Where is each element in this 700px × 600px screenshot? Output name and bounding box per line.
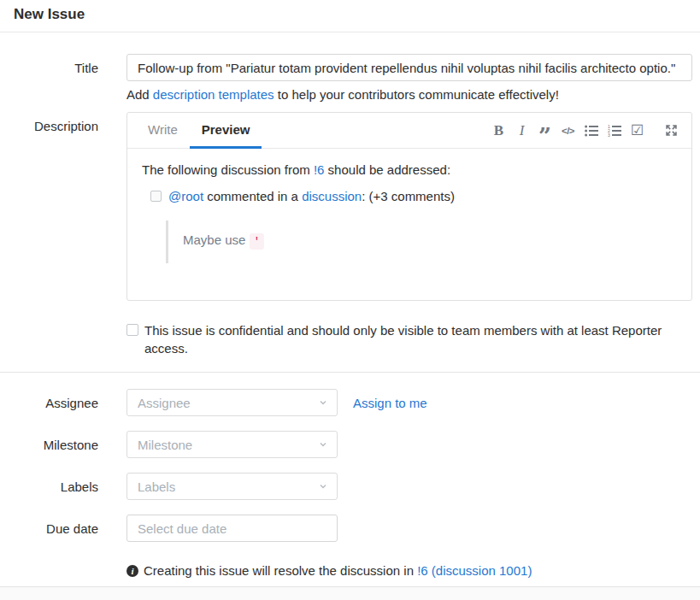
chevron-down-icon: [318, 396, 328, 410]
task-checkbox[interactable]: [150, 191, 162, 202]
milestone-label: Milestone: [14, 431, 98, 458]
assignee-dropdown[interactable]: Assignee: [126, 389, 338, 416]
tab-preview[interactable]: Preview: [190, 113, 262, 149]
quoted-comment: Maybe use ': [166, 221, 677, 264]
title-label: Title: [14, 54, 98, 102]
bulleted-list-icon[interactable]: [579, 118, 603, 144]
resolve-note: i Creating this issue will resolve the d…: [126, 563, 692, 578]
section-divider: [0, 372, 700, 373]
markdown-toolbar: B I ” </> 1: [487, 113, 683, 148]
due-date-input[interactable]: [126, 515, 338, 542]
helper-prefix: Add: [126, 87, 153, 102]
assignee-label: Assignee: [14, 389, 98, 416]
task-list-item: @root commented in a discussion: (+3 com…: [150, 187, 677, 206]
resolve-discussion-link[interactable]: !6 (discussion 1001): [417, 563, 532, 578]
inline-code: ': [250, 233, 265, 250]
bold-icon[interactable]: B: [487, 118, 510, 144]
labels-label: Labels: [14, 473, 98, 500]
italic-icon[interactable]: I: [510, 118, 533, 144]
helper-suffix: to help your contributors communicate ef…: [274, 87, 559, 102]
info-icon: i: [126, 565, 138, 577]
new-issue-page: New Issue Title Add description template…: [0, 0, 700, 578]
form-actions-bar: [0, 586, 700, 600]
code-icon[interactable]: </>: [556, 118, 579, 144]
discussion-link[interactable]: discussion: [302, 189, 362, 203]
title-row: Title Add description templates to help …: [14, 54, 692, 102]
user-link[interactable]: @root: [168, 189, 203, 203]
fullscreen-icon[interactable]: [660, 118, 683, 144]
chevron-down-icon: [318, 479, 328, 494]
due-date-label: Due date: [14, 515, 98, 542]
confidential-label: This issue is confidential and should on…: [144, 321, 691, 357]
description-templates-link[interactable]: description templates: [153, 87, 274, 102]
blockquote-icon[interactable]: ”: [533, 118, 556, 144]
confidential-row: This issue is confidential and should on…: [126, 321, 691, 357]
editor-header: Write Preview B I ” </>: [127, 113, 691, 149]
title-helper: Add description templates to help your c…: [126, 87, 692, 102]
numbered-list-icon[interactable]: 1 2 3: [603, 118, 626, 144]
note-text: Creating this issue will resolve the dis…: [144, 563, 532, 578]
header-divider: [0, 32, 700, 32]
milestone-row: Milestone Milestone: [14, 431, 692, 458]
description-row: Description Write Preview B I ” </>: [14, 112, 692, 301]
merge-request-link[interactable]: !6: [314, 162, 325, 177]
description-label: Description: [14, 112, 98, 301]
preview-intro: The following discussion from !6 should …: [142, 161, 677, 179]
chevron-down-icon: [318, 438, 328, 452]
task-text: @root commented in a discussion: (+3 com…: [168, 187, 455, 206]
title-input[interactable]: [126, 54, 692, 81]
assign-to-me-link[interactable]: Assign to me: [353, 396, 427, 410]
labels-row: Labels Labels: [14, 473, 692, 500]
markdown-preview: The following discussion from !6 should …: [127, 149, 691, 275]
page-title: New Issue: [14, 0, 692, 32]
markdown-editor: Write Preview B I ” </>: [126, 112, 692, 301]
milestone-dropdown[interactable]: Milestone: [126, 431, 338, 458]
tab-write[interactable]: Write: [136, 113, 190, 149]
task-list-icon[interactable]: ☑: [626, 118, 649, 144]
confidential-checkbox[interactable]: [126, 324, 138, 336]
svg-text:3: 3: [608, 132, 610, 137]
assignee-row: Assignee Assignee Assign to me: [14, 389, 692, 416]
due-date-row: Due date: [14, 515, 692, 542]
labels-dropdown[interactable]: Labels: [126, 473, 338, 500]
